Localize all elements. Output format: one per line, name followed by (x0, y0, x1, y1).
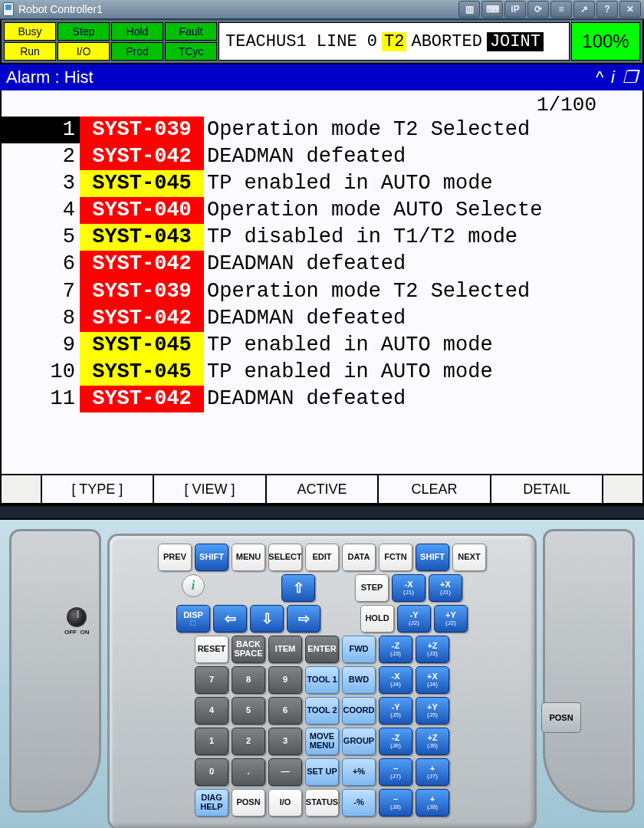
enter-button[interactable]: ENTER (305, 636, 339, 663)
status-line: TEACHUS1 LINE 0 T2 ABORTED JOINT (219, 22, 570, 61)
reset-button[interactable]: RESET (195, 636, 228, 663)
enable-switch[interactable]: OFF ON (64, 607, 89, 636)
key-io[interactable]: I/O (268, 789, 302, 816)
key-9[interactable]: 9 (268, 666, 302, 694)
pendant-grip-right (543, 529, 635, 813)
jog-plus-y-j2[interactable]: +Y(J2) (434, 605, 468, 632)
step-button[interactable]: STEP (355, 574, 389, 602)
key-next[interactable]: NEXT (452, 544, 486, 571)
key-fctn[interactable]: FCTN (379, 544, 412, 571)
key-pct-down[interactable]: -% (342, 789, 376, 816)
fkey-type[interactable]: [ TYPE ] (42, 475, 155, 503)
alarm-row[interactable]: 4SYST-040Operation mode AUTO Selecte (2, 197, 642, 224)
arrow-left-button[interactable]: ⇦ (213, 605, 247, 632)
alarm-message: TP disabled in T1/T2 mode (204, 224, 518, 251)
key-tool2[interactable]: TOOL 2 (305, 697, 339, 724)
jog-minus-j8[interactable]: –(J8) (379, 789, 412, 816)
key-shift[interactable]: SHIFT (195, 544, 228, 571)
jog-minus-z-j3[interactable]: -Z(J3) (379, 636, 412, 663)
key-pct-up[interactable]: +% (342, 758, 376, 786)
jog-minus-y-j5[interactable]: -Y(J5) (379, 697, 412, 724)
key-1[interactable]: 1 (195, 728, 228, 755)
key-dot[interactable]: . (232, 758, 265, 786)
key-prev[interactable]: PREV (158, 544, 192, 571)
backspace-button[interactable]: BACK SPACE (232, 636, 265, 663)
tool-refresh-icon[interactable]: ⟳ (527, 1, 549, 18)
tool-ip-icon[interactable]: iP (504, 1, 526, 18)
fkey-view[interactable]: [ VIEW ] (154, 475, 267, 503)
key-group[interactable]: GROUP (342, 728, 376, 755)
tool-pendant-icon[interactable]: ▥ (458, 1, 480, 18)
alarm-row[interactable]: 2SYST-042DEADMAN defeated (2, 143, 642, 170)
jog-plus-j7[interactable]: +(J7) (416, 758, 449, 786)
jog-minus-y-j2[interactable]: -Y(J2) (397, 605, 431, 632)
key-3[interactable]: 3 (268, 728, 302, 755)
key-4[interactable]: 4 (195, 697, 228, 724)
key-menu[interactable]: MENU (232, 544, 265, 571)
alarm-row[interactable]: 1SYST-039Operation mode T2 Selected (2, 117, 642, 143)
key-tool1[interactable]: TOOL 1 (305, 666, 339, 694)
key-2[interactable]: 2 (232, 728, 265, 755)
info-button[interactable]: i (182, 574, 205, 597)
info-icon[interactable]: i (611, 67, 615, 87)
fwd-button[interactable]: FWD (342, 636, 376, 663)
jog-plus-j8[interactable]: +(J8) (416, 789, 449, 816)
alarm-row[interactable]: 10SYST-045TP enabled in AUTO mode (2, 359, 642, 386)
alarm-row[interactable]: 3SYST-045TP enabled in AUTO mode (2, 170, 642, 197)
alarm-table[interactable]: 1SYST-039Operation mode T2 Selected2SYST… (2, 117, 642, 412)
arrow-down-button[interactable]: ⇩ (250, 605, 284, 632)
arrow-right-button[interactable]: ⇨ (287, 605, 320, 632)
jog-plus-z-j6[interactable]: +Z(J6) (416, 728, 449, 755)
jog-plus-x-j4[interactable]: +X(J4) (416, 666, 449, 694)
key-0[interactable]: 0 (195, 758, 228, 786)
key-bwd[interactable]: BWD (342, 666, 376, 694)
alarm-row[interactable]: 6SYST-042DEADMAN defeated (2, 251, 642, 278)
key-5[interactable]: 5 (232, 697, 265, 724)
fkey-clear[interactable]: CLEAR (379, 475, 491, 503)
jog-plus-x-j1[interactable]: +X(J1) (429, 574, 462, 602)
key-8[interactable]: 8 (232, 666, 265, 694)
arrow-up-button[interactable]: ⇧ (281, 574, 315, 602)
jog-minus-j7[interactable]: –(J7) (379, 758, 412, 786)
key-posn[interactable]: POSN (232, 789, 265, 816)
key-data[interactable]: DATA (342, 544, 376, 571)
key-dash[interactable]: — (268, 758, 302, 786)
key-shift[interactable]: SHIFT (416, 544, 449, 571)
jog-minus-z-j6[interactable]: -Z(J6) (379, 728, 412, 755)
tool-help-icon[interactable]: ? (596, 1, 618, 18)
alarm-row[interactable]: 5SYST-043TP disabled in T1/T2 mode (2, 224, 642, 251)
tool-keyboard-icon[interactable]: ⌨ (481, 1, 503, 18)
item-button[interactable]: ITEM (268, 636, 302, 663)
alarm-code: SYST-040 (80, 197, 204, 224)
disp-button[interactable]: DISP⬚ (176, 605, 210, 632)
alarm-row[interactable]: 7SYST-039Operation mode T2 Selected (2, 278, 642, 305)
dial-icon[interactable] (67, 607, 87, 627)
screen-bezel (0, 504, 644, 520)
key-select[interactable]: SELECT (268, 544, 302, 571)
jog-minus-x-j1[interactable]: -X(J1) (392, 574, 426, 602)
key-6[interactable]: 6 (268, 697, 302, 724)
tool-signal-icon[interactable]: ≡ (550, 1, 572, 18)
jog-minus-x-j4[interactable]: -X(J4) (379, 666, 412, 694)
alarm-row[interactable]: 9SYST-045TP enabled in AUTO mode (2, 332, 642, 359)
jog-plus-y-j5[interactable]: +Y(J5) (416, 697, 449, 724)
tool-close-icon[interactable]: ✕ (619, 1, 641, 18)
caret-up-icon[interactable]: ^ (596, 67, 603, 87)
jog-plus-z-j3[interactable]: +Z(J3) (416, 636, 449, 663)
fkey-active[interactable]: ACTIVE (267, 475, 380, 503)
key-7[interactable]: 7 (195, 666, 228, 694)
alarm-row[interactable]: 11SYST-042DEADMAN defeated (2, 386, 642, 412)
status-cell-fault: Fault (165, 22, 217, 41)
key-diaghelp[interactable]: DIAG HELP (195, 789, 228, 816)
alarm-row[interactable]: 8SYST-042DEADMAN defeated (2, 305, 642, 332)
key-edit[interactable]: EDIT (305, 544, 339, 571)
fkey-detail[interactable]: DETAIL (491, 475, 604, 503)
key-status[interactable]: STATUS (305, 789, 339, 816)
key-movemenu[interactable]: MOVE MENU (305, 728, 339, 755)
key-coord[interactable]: COORD (342, 697, 376, 724)
key-setup[interactable]: SET UP (305, 758, 339, 786)
hold-button[interactable]: HOLD (360, 605, 394, 632)
posn-side-button[interactable]: POSN (541, 702, 581, 733)
window-multi-icon[interactable]: ❐ (623, 67, 638, 87)
tool-export-icon[interactable]: ↗ (573, 1, 595, 18)
